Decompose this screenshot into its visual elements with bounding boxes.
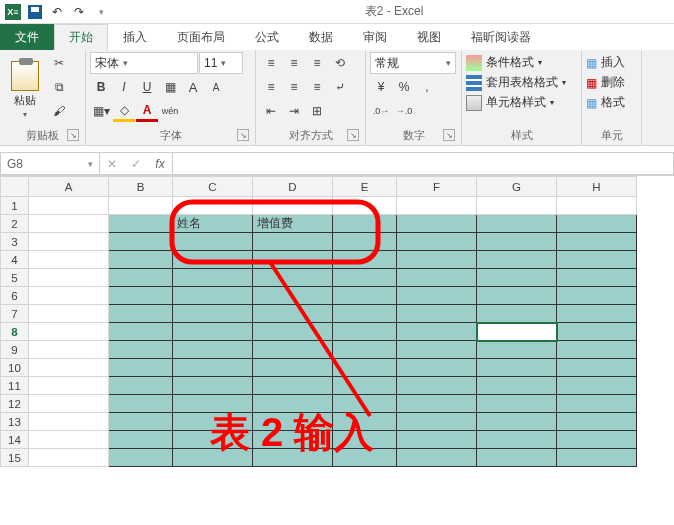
cell[interactable]: 姓名 [173, 215, 253, 233]
cell[interactable]: 增值费 [253, 215, 333, 233]
row-header[interactable]: 2 [1, 215, 29, 233]
redo-icon[interactable]: ↷ [70, 3, 88, 21]
cell[interactable] [253, 413, 333, 431]
tab-foxit[interactable]: 福昕阅读器 [456, 24, 546, 50]
cell[interactable] [109, 395, 173, 413]
cell[interactable] [557, 251, 637, 269]
cell[interactable] [29, 197, 109, 215]
cell[interactable] [397, 323, 477, 341]
cell[interactable] [557, 269, 637, 287]
cell[interactable] [173, 197, 253, 215]
cell[interactable] [397, 341, 477, 359]
cell[interactable] [477, 323, 557, 341]
cell[interactable] [173, 287, 253, 305]
tab-page-layout[interactable]: 页面布局 [162, 24, 240, 50]
cut-icon[interactable]: ✂ [48, 52, 70, 74]
font-name-combo[interactable]: 宋体▾ [90, 52, 198, 74]
cell[interactable] [29, 395, 109, 413]
align-center-icon[interactable]: ≡ [283, 76, 305, 98]
cell[interactable] [397, 269, 477, 287]
cell[interactable] [477, 341, 557, 359]
cell[interactable] [557, 359, 637, 377]
cell[interactable] [253, 431, 333, 449]
align-right-icon[interactable]: ≡ [306, 76, 328, 98]
cell[interactable] [333, 377, 397, 395]
name-box[interactable]: G8▾ [0, 152, 100, 175]
row-header[interactable]: 6 [1, 287, 29, 305]
copy-icon[interactable]: ⧉ [48, 76, 70, 98]
border-dropdown-icon[interactable]: ▦▾ [90, 100, 112, 122]
cell[interactable] [253, 251, 333, 269]
tab-data[interactable]: 数据 [294, 24, 348, 50]
merge-center-icon[interactable]: ⊞ [306, 100, 328, 122]
cell[interactable] [29, 323, 109, 341]
cell[interactable] [397, 395, 477, 413]
cell[interactable] [477, 305, 557, 323]
fill-color-icon[interactable]: ◇ [113, 100, 135, 122]
undo-icon[interactable]: ↶ [48, 3, 66, 21]
qat-more-icon[interactable]: ▾ [92, 3, 110, 21]
cell[interactable] [333, 413, 397, 431]
column-header[interactable]: A [29, 177, 109, 197]
tab-insert[interactable]: 插入 [108, 24, 162, 50]
row-header[interactable]: 9 [1, 341, 29, 359]
format-as-table-button[interactable]: 套用表格格式▾ [466, 74, 577, 91]
column-header[interactable]: G [477, 177, 557, 197]
cell[interactable] [109, 305, 173, 323]
bold-button[interactable]: B [90, 76, 112, 98]
row-header[interactable]: 13 [1, 413, 29, 431]
cell-styles-button[interactable]: 单元格样式▾ [466, 94, 577, 111]
border-icon[interactable]: ▦ [159, 76, 181, 98]
cell[interactable] [557, 233, 637, 251]
cell[interactable] [253, 341, 333, 359]
cell[interactable] [253, 359, 333, 377]
enter-icon[interactable]: ✓ [124, 153, 148, 175]
cell[interactable] [477, 233, 557, 251]
decrease-indent-icon[interactable]: ⇤ [260, 100, 282, 122]
cell[interactable] [253, 197, 333, 215]
format-painter-icon[interactable]: 🖌 [48, 100, 70, 122]
tab-home[interactable]: 开始 [54, 24, 108, 50]
cell[interactable] [477, 413, 557, 431]
cell[interactable] [557, 305, 637, 323]
increase-decimal-icon[interactable]: .0→ [370, 100, 392, 122]
cell[interactable] [109, 449, 173, 467]
cell[interactable] [173, 359, 253, 377]
cell[interactable] [397, 377, 477, 395]
cell[interactable] [29, 413, 109, 431]
cell[interactable] [29, 341, 109, 359]
cell[interactable] [333, 359, 397, 377]
spreadsheet-grid[interactable]: ABCDEFGH12姓名增值费3456789101112131415 [0, 176, 637, 467]
cell[interactable] [173, 269, 253, 287]
cell[interactable] [253, 269, 333, 287]
orientation-icon[interactable]: ⟲ [329, 52, 351, 74]
cell[interactable] [477, 377, 557, 395]
cell[interactable] [253, 305, 333, 323]
cell[interactable] [477, 287, 557, 305]
format-cells-button[interactable]: ▦格式 [586, 94, 637, 111]
decrease-decimal-icon[interactable]: →.0 [393, 100, 415, 122]
cell[interactable] [397, 197, 477, 215]
save-icon[interactable] [26, 3, 44, 21]
cell[interactable] [173, 413, 253, 431]
tab-view[interactable]: 视图 [402, 24, 456, 50]
underline-button[interactable]: U [136, 76, 158, 98]
cell[interactable] [477, 197, 557, 215]
cell[interactable] [29, 305, 109, 323]
cell[interactable] [557, 197, 637, 215]
cell[interactable] [253, 233, 333, 251]
cell[interactable] [109, 215, 173, 233]
cell[interactable] [333, 305, 397, 323]
cell[interactable] [557, 431, 637, 449]
cell[interactable] [333, 233, 397, 251]
cell[interactable] [397, 305, 477, 323]
row-header[interactable]: 1 [1, 197, 29, 215]
cell[interactable] [477, 449, 557, 467]
cell[interactable] [29, 215, 109, 233]
cell[interactable] [477, 395, 557, 413]
cell[interactable] [397, 449, 477, 467]
number-format-combo[interactable]: 常规▾ [370, 52, 456, 74]
cell[interactable] [557, 413, 637, 431]
fx-icon[interactable]: fx [148, 153, 172, 175]
cell[interactable] [29, 269, 109, 287]
